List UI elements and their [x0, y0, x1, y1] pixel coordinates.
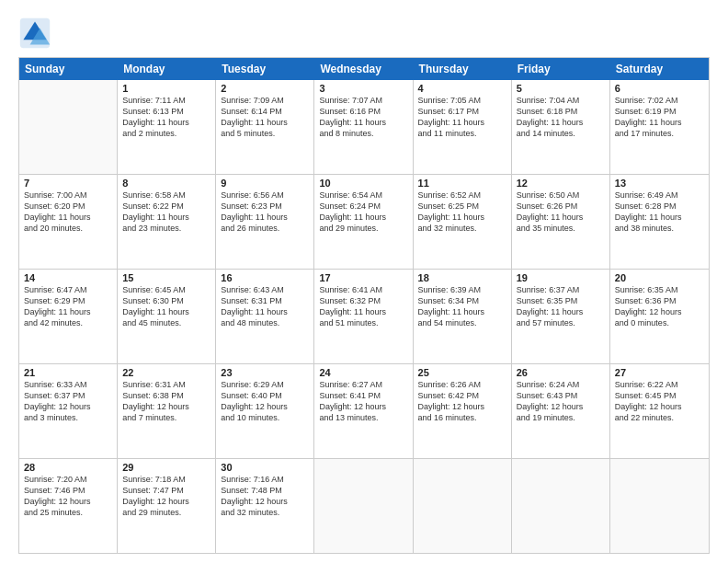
day-number: 8 — [122, 178, 210, 189]
cal-cell: 15Sunrise: 6:45 AM Sunset: 6:30 PM Dayli… — [118, 270, 216, 363]
cal-cell: 17Sunrise: 6:41 AM Sunset: 6:32 PM Dayli… — [314, 270, 413, 363]
cell-text: Sunrise: 6:49 AM Sunset: 6:28 PM Dayligh… — [615, 190, 704, 235]
week-row-5: 28Sunrise: 7:20 AM Sunset: 7:46 PM Dayli… — [19, 459, 709, 553]
cal-cell: 23Sunrise: 6:29 AM Sunset: 6:40 PM Dayli… — [216, 364, 314, 458]
cal-cell: 10Sunrise: 6:54 AM Sunset: 6:24 PM Dayli… — [314, 175, 413, 269]
cell-text: Sunrise: 6:37 AM Sunset: 6:35 PM Dayligh… — [517, 284, 605, 329]
cell-text: Sunrise: 7:07 AM Sunset: 6:16 PM Dayligh… — [319, 95, 407, 140]
cell-text: Sunrise: 6:27 AM Sunset: 6:41 PM Dayligh… — [319, 379, 407, 424]
cal-cell — [610, 459, 709, 553]
cell-text: Sunrise: 6:29 AM Sunset: 6:40 PM Dayligh… — [221, 379, 309, 424]
cal-cell: 26Sunrise: 6:24 AM Sunset: 6:43 PM Dayli… — [512, 364, 610, 458]
week-row-4: 21Sunrise: 6:33 AM Sunset: 6:37 PM Dayli… — [19, 364, 709, 459]
cell-text: Sunrise: 6:47 AM Sunset: 6:29 PM Dayligh… — [24, 284, 112, 329]
cell-text: Sunrise: 6:39 AM Sunset: 6:34 PM Dayligh… — [418, 284, 506, 329]
cell-text: Sunrise: 7:11 AM Sunset: 6:13 PM Dayligh… — [122, 95, 210, 140]
day-number: 16 — [221, 272, 309, 283]
day-number: 25 — [418, 367, 506, 378]
day-number: 21 — [24, 367, 112, 378]
day-number: 15 — [122, 272, 210, 283]
day-number: 20 — [615, 272, 704, 283]
cell-text: Sunrise: 7:09 AM Sunset: 6:14 PM Dayligh… — [221, 95, 309, 140]
header-day-sunday: Sunday — [19, 58, 118, 80]
day-number: 2 — [221, 83, 309, 94]
cal-cell: 19Sunrise: 6:37 AM Sunset: 6:35 PM Dayli… — [512, 270, 610, 363]
cal-cell — [19, 80, 118, 174]
day-number: 7 — [24, 178, 112, 189]
day-number: 27 — [615, 367, 704, 378]
week-row-2: 7Sunrise: 7:00 AM Sunset: 6:20 PM Daylig… — [19, 175, 709, 270]
cal-cell: 27Sunrise: 6:22 AM Sunset: 6:45 PM Dayli… — [610, 364, 709, 458]
day-number: 9 — [221, 178, 309, 189]
day-number: 5 — [517, 83, 605, 94]
day-number: 14 — [24, 272, 112, 283]
cell-text: Sunrise: 7:00 AM Sunset: 6:20 PM Dayligh… — [24, 190, 112, 235]
cal-cell: 3Sunrise: 7:07 AM Sunset: 6:16 PM Daylig… — [314, 80, 413, 174]
cell-text: Sunrise: 6:54 AM Sunset: 6:24 PM Dayligh… — [319, 190, 407, 235]
calendar-header: SundayMondayTuesdayWednesdayThursdayFrid… — [19, 58, 709, 80]
calendar: SundayMondayTuesdayWednesdayThursdayFrid… — [18, 57, 710, 554]
header-day-thursday: Thursday — [414, 58, 512, 80]
cell-text: Sunrise: 6:50 AM Sunset: 6:26 PM Dayligh… — [517, 190, 605, 235]
day-number: 12 — [517, 178, 605, 189]
cal-cell: 25Sunrise: 6:26 AM Sunset: 6:42 PM Dayli… — [414, 364, 512, 458]
logo — [18, 17, 55, 50]
day-number: 30 — [221, 462, 309, 473]
cal-cell: 13Sunrise: 6:49 AM Sunset: 6:28 PM Dayli… — [610, 175, 709, 269]
cal-cell: 18Sunrise: 6:39 AM Sunset: 6:34 PM Dayli… — [414, 270, 512, 363]
header-day-friday: Friday — [512, 58, 610, 80]
day-number: 28 — [24, 462, 112, 473]
page-header — [18, 17, 710, 50]
cell-text: Sunrise: 6:31 AM Sunset: 6:38 PM Dayligh… — [122, 379, 210, 424]
day-number: 24 — [319, 367, 407, 378]
cell-text: Sunrise: 6:41 AM Sunset: 6:32 PM Dayligh… — [319, 284, 407, 329]
day-number: 10 — [319, 178, 407, 189]
cal-cell: 11Sunrise: 6:52 AM Sunset: 6:25 PM Dayli… — [414, 175, 512, 269]
cell-text: Sunrise: 6:52 AM Sunset: 6:25 PM Dayligh… — [418, 190, 506, 235]
day-number: 13 — [615, 178, 704, 189]
header-day-saturday: Saturday — [610, 58, 709, 80]
week-row-3: 14Sunrise: 6:47 AM Sunset: 6:29 PM Dayli… — [19, 270, 709, 364]
cal-cell — [414, 459, 512, 553]
cal-cell: 20Sunrise: 6:35 AM Sunset: 6:36 PM Dayli… — [610, 270, 709, 363]
cell-text: Sunrise: 6:35 AM Sunset: 6:36 PM Dayligh… — [615, 284, 704, 329]
cell-text: Sunrise: 7:04 AM Sunset: 6:18 PM Dayligh… — [517, 95, 605, 140]
cal-cell: 2Sunrise: 7:09 AM Sunset: 6:14 PM Daylig… — [216, 80, 314, 174]
cell-text: Sunrise: 7:02 AM Sunset: 6:19 PM Dayligh… — [615, 95, 704, 140]
cal-cell: 4Sunrise: 7:05 AM Sunset: 6:17 PM Daylig… — [414, 80, 512, 174]
cal-cell: 9Sunrise: 6:56 AM Sunset: 6:23 PM Daylig… — [216, 175, 314, 269]
cal-cell: 22Sunrise: 6:31 AM Sunset: 6:38 PM Dayli… — [118, 364, 216, 458]
calendar-body: 1Sunrise: 7:11 AM Sunset: 6:13 PM Daylig… — [19, 80, 709, 553]
day-number: 4 — [418, 83, 506, 94]
cal-cell: 14Sunrise: 6:47 AM Sunset: 6:29 PM Dayli… — [19, 270, 118, 363]
cal-cell: 5Sunrise: 7:04 AM Sunset: 6:18 PM Daylig… — [512, 80, 610, 174]
cal-cell — [512, 459, 610, 553]
day-number: 1 — [122, 83, 210, 94]
cal-cell: 12Sunrise: 6:50 AM Sunset: 6:26 PM Dayli… — [512, 175, 610, 269]
day-number: 18 — [418, 272, 506, 283]
logo-icon — [18, 17, 51, 50]
header-day-wednesday: Wednesday — [314, 58, 413, 80]
cell-text: Sunrise: 7:16 AM Sunset: 7:48 PM Dayligh… — [221, 474, 309, 519]
cell-text: Sunrise: 6:33 AM Sunset: 6:37 PM Dayligh… — [24, 379, 112, 424]
cal-cell: 24Sunrise: 6:27 AM Sunset: 6:41 PM Dayli… — [314, 364, 413, 458]
day-number: 23 — [221, 367, 309, 378]
cell-text: Sunrise: 6:58 AM Sunset: 6:22 PM Dayligh… — [122, 190, 210, 235]
cell-text: Sunrise: 7:20 AM Sunset: 7:46 PM Dayligh… — [24, 474, 112, 519]
header-day-monday: Monday — [118, 58, 216, 80]
week-row-1: 1Sunrise: 7:11 AM Sunset: 6:13 PM Daylig… — [19, 80, 709, 175]
cell-text: Sunrise: 6:22 AM Sunset: 6:45 PM Dayligh… — [615, 379, 704, 424]
cal-cell: 1Sunrise: 7:11 AM Sunset: 6:13 PM Daylig… — [118, 80, 216, 174]
cell-text: Sunrise: 6:24 AM Sunset: 6:43 PM Dayligh… — [517, 379, 605, 424]
cal-cell — [314, 459, 413, 553]
cal-cell: 6Sunrise: 7:02 AM Sunset: 6:19 PM Daylig… — [610, 80, 709, 174]
cal-cell: 21Sunrise: 6:33 AM Sunset: 6:37 PM Dayli… — [19, 364, 118, 458]
day-number: 11 — [418, 178, 506, 189]
cal-cell: 16Sunrise: 6:43 AM Sunset: 6:31 PM Dayli… — [216, 270, 314, 363]
day-number: 22 — [122, 367, 210, 378]
header-day-tuesday: Tuesday — [216, 58, 314, 80]
cal-cell: 30Sunrise: 7:16 AM Sunset: 7:48 PM Dayli… — [216, 459, 314, 553]
day-number: 3 — [319, 83, 407, 94]
cell-text: Sunrise: 6:45 AM Sunset: 6:30 PM Dayligh… — [122, 284, 210, 329]
cell-text: Sunrise: 6:26 AM Sunset: 6:42 PM Dayligh… — [418, 379, 506, 424]
